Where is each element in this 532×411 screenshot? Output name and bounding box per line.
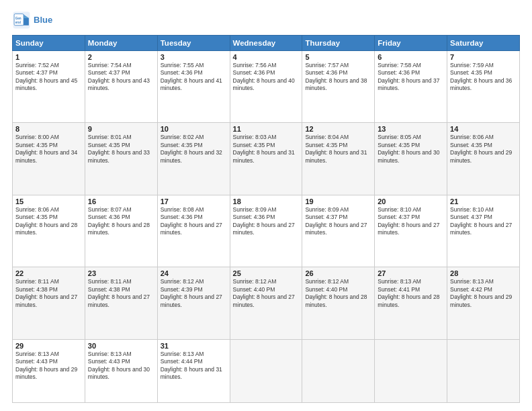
- header: Gen eral Blue: [12, 11, 520, 30]
- calendar-cell: 9Sunrise: 8:01 AMSunset: 4:35 PMDaylight…: [85, 123, 157, 195]
- calendar-cell: 13Sunrise: 8:05 AMSunset: 4:35 PMDayligh…: [375, 123, 447, 195]
- day-number: 30: [88, 342, 154, 350]
- day-number: 8: [15, 125, 82, 133]
- calendar-week-row: 29Sunrise: 8:13 AMSunset: 4:43 PMDayligh…: [13, 339, 520, 402]
- logo-icon: Gen eral: [12, 11, 31, 30]
- logo-text: Blue: [34, 15, 52, 26]
- day-info: Sunrise: 8:09 AMSunset: 4:36 PMDaylight:…: [233, 206, 300, 237]
- day-info: Sunrise: 7:52 AMSunset: 4:37 PMDaylight:…: [15, 62, 82, 93]
- day-number: 16: [88, 197, 154, 205]
- calendar-cell: 31Sunrise: 8:13 AMSunset: 4:44 PMDayligh…: [157, 339, 230, 402]
- weekday-header: Thursday: [302, 36, 375, 51]
- day-info: Sunrise: 8:13 AMSunset: 4:43 PMDaylight:…: [88, 351, 154, 381]
- calendar-cell: [447, 339, 520, 402]
- calendar-cell: 17Sunrise: 8:08 AMSunset: 4:36 PMDayligh…: [157, 195, 230, 267]
- day-info: Sunrise: 8:13 AMSunset: 4:42 PMDaylight:…: [450, 278, 517, 309]
- day-number: 3: [161, 53, 227, 61]
- calendar-cell: 3Sunrise: 7:55 AMSunset: 4:36 PMDaylight…: [157, 51, 230, 123]
- day-number: 5: [305, 53, 371, 61]
- day-number: 19: [305, 197, 371, 205]
- day-info: Sunrise: 8:08 AMSunset: 4:36 PMDaylight:…: [161, 206, 227, 237]
- calendar-cell: 27Sunrise: 8:13 AMSunset: 4:41 PMDayligh…: [375, 267, 447, 339]
- day-info: Sunrise: 8:09 AMSunset: 4:37 PMDaylight:…: [305, 206, 371, 237]
- day-number: 12: [305, 125, 371, 133]
- day-info: Sunrise: 8:05 AMSunset: 4:35 PMDaylight:…: [378, 134, 444, 165]
- day-info: Sunrise: 8:04 AMSunset: 4:35 PMDaylight:…: [305, 134, 371, 165]
- day-info: Sunrise: 7:59 AMSunset: 4:35 PMDaylight:…: [450, 62, 517, 93]
- calendar-cell: 30Sunrise: 8:13 AMSunset: 4:43 PMDayligh…: [85, 339, 157, 402]
- calendar-cell: 22Sunrise: 8:11 AMSunset: 4:38 PMDayligh…: [13, 267, 85, 339]
- day-number: 1: [15, 53, 82, 61]
- calendar-cell: 25Sunrise: 8:12 AMSunset: 4:40 PMDayligh…: [230, 267, 302, 339]
- day-number: 22: [15, 269, 82, 277]
- weekday-header: Monday: [85, 36, 157, 51]
- calendar-week-row: 1Sunrise: 7:52 AMSunset: 4:37 PMDaylight…: [13, 51, 520, 123]
- calendar-week-row: 15Sunrise: 8:06 AMSunset: 4:35 PMDayligh…: [13, 195, 520, 267]
- calendar-cell: 11Sunrise: 8:03 AMSunset: 4:35 PMDayligh…: [230, 123, 302, 195]
- day-info: Sunrise: 7:56 AMSunset: 4:36 PMDaylight:…: [233, 62, 300, 93]
- calendar-cell: 8Sunrise: 8:00 AMSunset: 4:35 PMDaylight…: [13, 123, 85, 195]
- day-info: Sunrise: 8:13 AMSunset: 4:41 PMDaylight:…: [378, 278, 444, 309]
- day-number: 24: [161, 269, 227, 277]
- day-info: Sunrise: 8:01 AMSunset: 4:35 PMDaylight:…: [88, 134, 154, 165]
- day-number: 29: [15, 342, 82, 350]
- day-number: 7: [450, 53, 517, 61]
- day-number: 21: [450, 197, 517, 205]
- day-number: 31: [161, 342, 227, 350]
- calendar-cell: 5Sunrise: 7:57 AMSunset: 4:36 PMDaylight…: [302, 51, 375, 123]
- day-number: 15: [15, 197, 82, 205]
- logo-line2: Blue: [34, 15, 52, 26]
- calendar-cell: 21Sunrise: 8:10 AMSunset: 4:37 PMDayligh…: [447, 195, 520, 267]
- day-info: Sunrise: 8:13 AMSunset: 4:43 PMDaylight:…: [15, 351, 82, 381]
- day-info: Sunrise: 8:06 AMSunset: 4:35 PMDaylight:…: [450, 134, 517, 165]
- calendar-cell: 14Sunrise: 8:06 AMSunset: 4:35 PMDayligh…: [447, 123, 520, 195]
- calendar-cell: 23Sunrise: 8:11 AMSunset: 4:38 PMDayligh…: [85, 267, 157, 339]
- calendar-cell: 15Sunrise: 8:06 AMSunset: 4:35 PMDayligh…: [13, 195, 85, 267]
- day-info: Sunrise: 7:58 AMSunset: 4:36 PMDaylight:…: [378, 62, 444, 93]
- day-info: Sunrise: 7:57 AMSunset: 4:36 PMDaylight:…: [305, 62, 371, 93]
- day-info: Sunrise: 7:54 AMSunset: 4:37 PMDaylight:…: [88, 62, 154, 93]
- day-number: 26: [305, 269, 371, 277]
- day-info: Sunrise: 8:06 AMSunset: 4:35 PMDaylight:…: [15, 206, 82, 237]
- calendar-cell: 7Sunrise: 7:59 AMSunset: 4:35 PMDaylight…: [447, 51, 520, 123]
- calendar-cell: 26Sunrise: 8:12 AMSunset: 4:40 PMDayligh…: [302, 267, 375, 339]
- day-info: Sunrise: 8:12 AMSunset: 4:40 PMDaylight:…: [305, 278, 371, 309]
- day-info: Sunrise: 8:12 AMSunset: 4:39 PMDaylight:…: [161, 278, 227, 309]
- day-info: Sunrise: 8:11 AMSunset: 4:38 PMDaylight:…: [15, 278, 82, 309]
- calendar-table: SundayMondayTuesdayWednesdayThursdayFrid…: [12, 35, 520, 403]
- calendar-cell: 29Sunrise: 8:13 AMSunset: 4:43 PMDayligh…: [13, 339, 85, 402]
- calendar-week-row: 8Sunrise: 8:00 AMSunset: 4:35 PMDaylight…: [13, 123, 520, 195]
- day-info: Sunrise: 8:02 AMSunset: 4:35 PMDaylight:…: [161, 134, 227, 165]
- calendar-cell: 16Sunrise: 8:07 AMSunset: 4:36 PMDayligh…: [85, 195, 157, 267]
- day-number: 14: [450, 125, 517, 133]
- calendar-cell: 28Sunrise: 8:13 AMSunset: 4:42 PMDayligh…: [447, 267, 520, 339]
- calendar-cell: 10Sunrise: 8:02 AMSunset: 4:35 PMDayligh…: [157, 123, 230, 195]
- weekday-header: Sunday: [13, 36, 85, 51]
- calendar-cell: [375, 339, 447, 402]
- calendar-week-row: 22Sunrise: 8:11 AMSunset: 4:38 PMDayligh…: [13, 267, 520, 339]
- weekday-header-row: SundayMondayTuesdayWednesdayThursdayFrid…: [13, 36, 520, 51]
- weekday-header: Saturday: [447, 36, 520, 51]
- calendar-cell: 1Sunrise: 7:52 AMSunset: 4:37 PMDaylight…: [13, 51, 85, 123]
- calendar-cell: 24Sunrise: 8:12 AMSunset: 4:39 PMDayligh…: [157, 267, 230, 339]
- calendar-cell: [230, 339, 302, 402]
- day-number: 18: [233, 197, 300, 205]
- svg-text:Gen: Gen: [15, 17, 21, 20]
- day-info: Sunrise: 8:03 AMSunset: 4:35 PMDaylight:…: [233, 134, 300, 165]
- day-number: 2: [88, 53, 154, 61]
- day-number: 20: [378, 197, 444, 205]
- calendar-cell: [302, 339, 375, 402]
- day-number: 13: [378, 125, 444, 133]
- day-info: Sunrise: 8:12 AMSunset: 4:40 PMDaylight:…: [233, 278, 300, 309]
- calendar-cell: 2Sunrise: 7:54 AMSunset: 4:37 PMDaylight…: [85, 51, 157, 123]
- day-number: 11: [233, 125, 300, 133]
- weekday-header: Tuesday: [157, 36, 230, 51]
- calendar-cell: 6Sunrise: 7:58 AMSunset: 4:36 PMDaylight…: [375, 51, 447, 123]
- day-number: 23: [88, 269, 154, 277]
- day-number: 25: [233, 269, 300, 277]
- day-info: Sunrise: 8:10 AMSunset: 4:37 PMDaylight:…: [378, 206, 444, 237]
- day-info: Sunrise: 8:11 AMSunset: 4:38 PMDaylight:…: [88, 278, 154, 309]
- calendar-cell: 20Sunrise: 8:10 AMSunset: 4:37 PMDayligh…: [375, 195, 447, 267]
- day-number: 17: [161, 197, 227, 205]
- calendar-cell: 12Sunrise: 8:04 AMSunset: 4:35 PMDayligh…: [302, 123, 375, 195]
